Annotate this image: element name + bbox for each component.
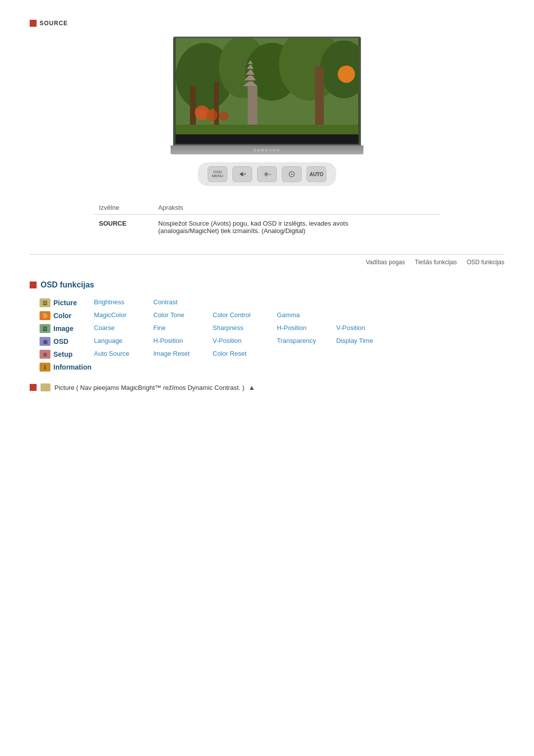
svg-rect-20 [176,135,358,144]
nav-link-controls[interactable]: Vadības pogas [366,259,405,266]
svg-point-28 [291,174,293,175]
transparency-link[interactable]: Transparency [277,337,336,346]
empty-4 [336,311,396,320]
setup-icon: ⊞ [40,350,50,359]
source-icon [30,20,37,27]
description-table: Izvēlne Apraksts SOURCE Nospiežot Source… [94,201,440,239]
category-picture: 🖼 Picture [40,298,94,307]
cd-button[interactable] [282,166,302,182]
osd-hposition-link[interactable]: H-Position [153,337,213,346]
svg-point-21 [265,172,268,176]
row-description: Nospiežot Source (Avots) pogu, kad OSD i… [153,215,440,240]
monitor-container: SAMSUNG OSD MENU ✦ [163,37,371,186]
empty-11 [336,363,396,372]
image-vposition-link[interactable]: V-Position [336,324,396,333]
category-osd: ▦ OSD [40,337,94,346]
imagereset-link[interactable]: Image Reset [153,350,213,359]
empty-8 [153,363,213,372]
footer-source-icon [30,384,37,391]
color-label[interactable]: Color [53,312,72,320]
svg-text:✦: ✦ [269,173,271,176]
picture-footer: Picture ( Nav pieejams MagicBright™ režī… [30,383,504,391]
source-header: SOURCE [30,20,504,27]
up-arrow-icon: ▲ [248,383,255,391]
category-setup: ⊞ Setup [40,350,94,359]
color-icon: 🎨 [40,311,50,320]
table-row: SOURCE Nospiežot Source (Avots) pogu, ka… [94,215,440,240]
fine-link[interactable]: Fine [153,324,213,333]
nav-links: Vadības pogas Tiešās funkcijas OSD funkc… [30,254,504,266]
empty-9 [213,363,277,372]
auto-button[interactable]: AUTO [307,166,326,182]
svg-point-16 [206,109,217,121]
gamma-link[interactable]: Gamma [277,311,336,320]
colorcontrol-link[interactable]: Color Control [213,311,277,320]
monitor-brand: SAMSUNG [254,148,280,152]
monitor-base: SAMSUNG [171,145,363,154]
col-header-menu: Izvēlne [94,201,153,215]
colortone-link[interactable]: Color Tone [153,311,213,320]
empty-10 [277,363,336,372]
magiccolor-link[interactable]: MagicColor [94,311,153,320]
osd-label[interactable]: OSD [53,337,68,345]
setup-label[interactable]: Setup [53,350,73,358]
osd-grid: 🖼 Picture Brightness Contrast 🎨 Color Ma… [40,298,504,372]
nav-button[interactable] [232,166,252,182]
footer-text: Picture ( Nav pieejams MagicBright™ režī… [54,384,244,391]
picture-icon: 🖼 [40,298,50,307]
row-label: SOURCE [94,215,153,240]
image-icon: 🖼 [40,324,50,333]
monitor-display [175,38,359,144]
category-image: 🖼 Image [40,324,94,333]
brightness-link[interactable]: Brightness [94,298,153,307]
contrast-link[interactable]: Contrast [153,298,213,307]
picture-label[interactable]: Picture [53,299,77,307]
svg-point-17 [219,111,228,121]
footer-picture-icon [41,383,50,391]
empty-6 [336,350,396,359]
autosource-link[interactable]: Auto Source [94,350,153,359]
osd-vposition-link[interactable]: V-Position [213,337,277,346]
image-label[interactable]: Image [53,325,73,332]
information-label[interactable]: Information [53,363,91,371]
colorreset-link[interactable]: Color Reset [213,350,277,359]
osd-icon: ▦ [40,337,50,346]
svg-point-18 [338,65,355,83]
category-information: ℹ Information [40,363,94,372]
osd-section-header: OSD funkcijas [30,281,504,289]
empty-7 [94,363,153,372]
svg-rect-6 [248,86,257,125]
empty-5 [277,350,336,359]
empty-1 [213,298,277,307]
category-color: 🎨 Color [40,311,94,320]
osd-section-title: OSD funkcijas [41,281,94,289]
col-header-desc: Apraksts [153,201,440,215]
sharpness-link[interactable]: Sharpness [213,324,277,333]
info-icon: ℹ [40,363,50,372]
nav-link-osd[interactable]: OSD funkcijas [467,259,504,266]
brightness-button[interactable]: ✦ [257,166,277,182]
osd-section-icon [30,282,37,288]
nav-link-direct[interactable]: Tiešās funkcijas [415,259,457,266]
menu-button[interactable]: OSD MENU [208,166,227,182]
empty-3 [336,298,396,307]
language-link[interactable]: Language [94,337,153,346]
empty-2 [277,298,336,307]
controls-row: OSD MENU ✦ AUTO [198,162,336,186]
monitor-screen [173,37,361,145]
source-label: SOURCE [40,20,68,27]
coarse-link[interactable]: Coarse [94,324,153,333]
displaytime-link[interactable]: Display Time [336,337,396,346]
image-hposition-link[interactable]: H-Position [277,324,336,333]
